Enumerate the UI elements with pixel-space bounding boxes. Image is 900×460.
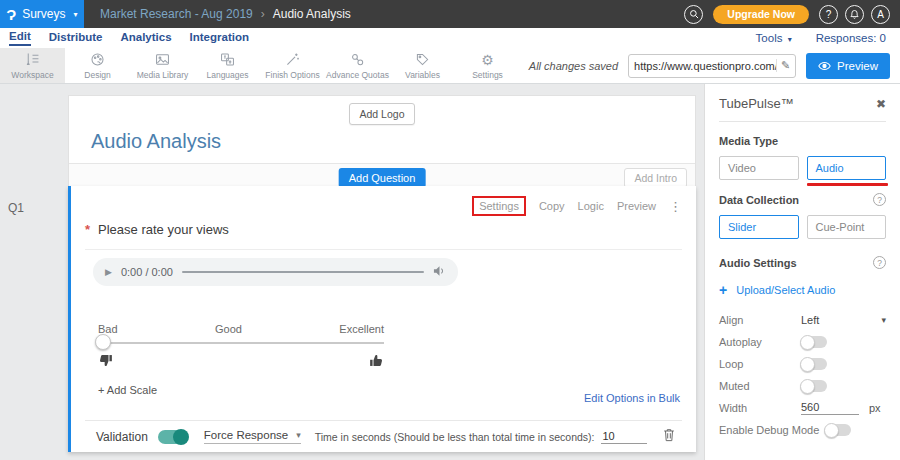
kebab-menu-icon[interactable]: ⋮ xyxy=(669,199,682,214)
edit-toolbar: Workspace Design Media Library Languages… xyxy=(0,48,900,84)
scale-label-excellent[interactable]: Excellent xyxy=(339,323,384,335)
scale-labels: Bad Good Excellent xyxy=(98,323,384,335)
upload-select-audio-button[interactable]: + Upload/Select Audio xyxy=(719,282,886,298)
account-avatar[interactable]: A xyxy=(871,5,890,24)
toolbar-item-advance-quotas[interactable]: Advance Quotas xyxy=(325,48,390,83)
add-logo-button[interactable]: Add Logo xyxy=(349,103,416,125)
slider-track[interactable] xyxy=(98,342,384,344)
play-icon[interactable]: ▶ xyxy=(105,267,112,277)
align-row: Align Left ▾ xyxy=(719,313,886,327)
audio-progress-bar[interactable] xyxy=(182,271,424,273)
volume-icon[interactable] xyxy=(433,263,446,281)
pencil-icon[interactable]: ✎ xyxy=(776,59,790,72)
toolbar-item-languages[interactable]: Languages xyxy=(195,48,260,83)
autoplay-toggle[interactable] xyxy=(801,336,827,348)
search-button[interactable] xyxy=(684,5,703,24)
width-row: Width 560 px xyxy=(719,401,886,415)
data-collection-cuepoint-button[interactable]: Cue-Point xyxy=(807,215,887,239)
add-logo-row: Add Logo xyxy=(69,96,695,126)
loop-label: Loop xyxy=(719,358,801,370)
debug-toggle[interactable] xyxy=(825,424,851,436)
question-logic-button[interactable]: Logic xyxy=(578,200,604,212)
gear-icon: ⚙ xyxy=(481,52,494,68)
workspace-icon xyxy=(24,52,41,68)
survey-url-field[interactable]: https://www.questionpro.com/t/APNrfZ ✎ xyxy=(628,54,796,78)
question-card: Settings Copy Logic Preview ⋮ * Please r… xyxy=(68,186,696,452)
question-copy-button[interactable]: Copy xyxy=(539,200,565,212)
audio-annotation-underline xyxy=(807,183,889,186)
debug-row: Enable Debug Mode xyxy=(719,423,886,437)
width-unit: px xyxy=(869,402,881,414)
rating-scale: Bad Good Excellent xyxy=(98,323,384,368)
data-collection-label-row: Data Collection ? xyxy=(719,193,886,206)
toolbar-item-workspace[interactable]: Workspace xyxy=(0,48,65,83)
media-type-audio-button[interactable]: Audio xyxy=(807,156,887,180)
slider-handle[interactable] xyxy=(95,334,111,350)
debug-label: Enable Debug Mode xyxy=(719,424,825,436)
chevron-down-icon: ▾ xyxy=(788,35,792,44)
muted-toggle[interactable] xyxy=(801,380,827,392)
notifications-button[interactable] xyxy=(845,5,864,24)
question-actions: Settings Copy Logic Preview ⋮ xyxy=(472,196,682,216)
width-label: Width xyxy=(719,402,801,414)
preview-button[interactable]: Preview xyxy=(806,53,890,79)
eye-icon xyxy=(818,61,831,71)
align-value[interactable]: Left xyxy=(801,314,819,326)
responses-count[interactable]: Responses: 0 xyxy=(816,32,886,44)
scale-label-good[interactable]: Good xyxy=(215,323,242,335)
question-preview-button[interactable]: Preview xyxy=(617,200,656,212)
close-icon[interactable]: ✖ xyxy=(876,97,886,111)
toggle-knob xyxy=(800,335,815,350)
edit-options-in-bulk-link[interactable]: Edit Options in Bulk xyxy=(584,392,680,404)
survey-header-card: Add Logo Audio Analysis Add Question Add… xyxy=(68,95,696,192)
breadcrumb-survey-name[interactable]: Market Research - Aug 2019 xyxy=(100,7,253,21)
top-bar-actions: Upgrade Now ? A xyxy=(684,5,900,24)
autoplay-label: Autoplay xyxy=(719,336,801,348)
quota-links-icon xyxy=(349,52,366,68)
tubepulse-settings-panel: TubePulse™ ✖ Media Type Video Audio Data… xyxy=(704,84,900,460)
survey-title[interactable]: Audio Analysis xyxy=(91,130,695,153)
question-text-input[interactable]: Please rate your views xyxy=(98,222,229,237)
chevron-down-icon: ▾ xyxy=(74,10,78,19)
nav-tab-distribute[interactable]: Distribute xyxy=(49,31,103,45)
add-question-button[interactable]: Add Question xyxy=(339,168,426,188)
chevron-down-icon: ▾ xyxy=(296,430,301,440)
time-in-seconds-input[interactable]: 10 xyxy=(601,429,647,444)
loop-toggle[interactable] xyxy=(801,358,827,370)
question-settings-button[interactable]: Settings xyxy=(472,196,526,216)
help-button[interactable]: ? xyxy=(819,5,838,24)
help-icon[interactable]: ? xyxy=(873,193,886,206)
bell-icon xyxy=(849,9,860,20)
data-collection-slider-button[interactable]: Slider xyxy=(719,215,799,239)
toolbar-item-finish-options[interactable]: Finish Options xyxy=(260,48,325,83)
validation-label: Validation xyxy=(96,430,148,444)
chevron-down-icon[interactable]: ▾ xyxy=(881,315,886,325)
upgrade-now-button[interactable]: Upgrade Now xyxy=(713,5,809,24)
thumbs-up-icon xyxy=(369,353,384,368)
validation-type-dropdown[interactable]: Force Response ▾ xyxy=(204,429,301,444)
app-logo-menu[interactable]: Ɂ Surveys ▾ xyxy=(0,0,84,28)
help-icon[interactable]: ? xyxy=(873,256,886,269)
nav-tab-analytics[interactable]: Analytics xyxy=(120,31,171,45)
divider xyxy=(719,121,886,122)
save-status-text: All changes saved xyxy=(529,60,618,72)
toolbar-item-variables[interactable]: Variables xyxy=(390,48,455,83)
nav-tab-edit[interactable]: Edit xyxy=(9,30,31,46)
delete-question-button[interactable] xyxy=(662,427,676,446)
time-in-seconds-label: Time in seconds (Should be less than tot… xyxy=(315,431,595,443)
audio-time: 0:00 / 0:00 xyxy=(121,266,173,278)
nav-tab-integration[interactable]: Integration xyxy=(190,31,249,45)
add-scale-button[interactable]: + Add Scale xyxy=(98,384,157,396)
surveys-menu-label: Surveys xyxy=(22,7,65,21)
add-intro-button[interactable]: Add Intro xyxy=(624,168,687,188)
tools-menu[interactable]: Tools ▾ xyxy=(756,32,792,44)
toggle-knob xyxy=(824,423,839,438)
toolbar-item-media-library[interactable]: Media Library xyxy=(130,48,195,83)
toolbar-item-settings[interactable]: ⚙ Settings xyxy=(455,48,520,83)
plus-icon: + xyxy=(719,282,727,298)
validation-toggle[interactable] xyxy=(158,430,188,444)
required-asterisk-icon: * xyxy=(85,222,90,237)
width-input[interactable]: 560 xyxy=(801,401,859,415)
media-type-video-button[interactable]: Video xyxy=(719,156,799,180)
toolbar-item-design[interactable]: Design xyxy=(65,48,130,83)
